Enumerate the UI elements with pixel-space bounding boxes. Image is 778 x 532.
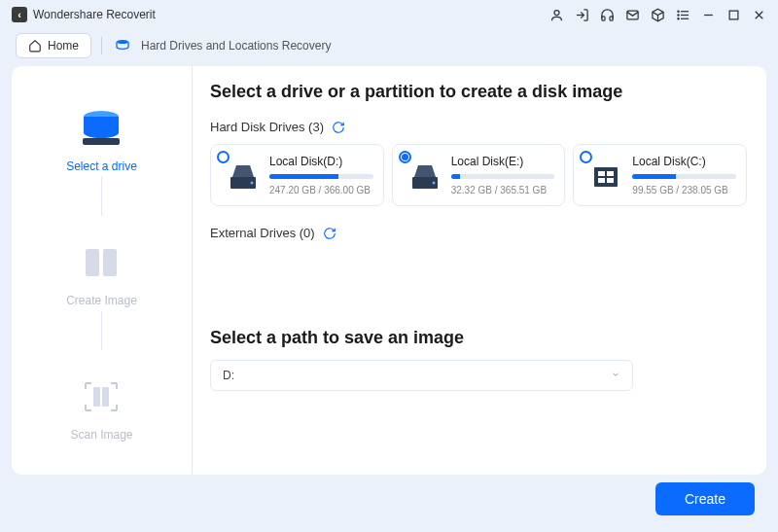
home-button[interactable]: Home: [16, 33, 91, 58]
drive-usage: 247.20 GB / 366.00 GB: [269, 185, 373, 195]
step-label: Select a drive: [66, 160, 137, 173]
login-icon[interactable]: [574, 7, 589, 22]
create-button[interactable]: Create: [655, 482, 755, 515]
breadcrumb: Hard Drives and Locations Recovery: [112, 37, 331, 54]
svg-point-6: [677, 14, 678, 15]
refresh-icon[interactable]: [323, 227, 336, 240]
svg-rect-17: [103, 249, 117, 276]
svg-rect-9: [729, 11, 738, 19]
step-label: Create Image: [66, 294, 137, 307]
svg-point-23: [432, 182, 435, 185]
subheader: Home Hard Drives and Locations Recovery: [0, 29, 778, 66]
path-select[interactable]: D:: [210, 360, 633, 391]
step-scan-image[interactable]: Scan Image: [70, 354, 132, 442]
drive-usage: 32.32 GB / 365.51 GB: [451, 185, 555, 195]
svg-point-7: [677, 18, 678, 18]
breadcrumb-text: Hard Drives and Locations Recovery: [141, 39, 331, 53]
drive-usage: 99.55 GB / 238.05 GB: [632, 185, 736, 195]
drive-name: Local Disk(C:): [632, 155, 736, 168]
svg-point-5: [677, 11, 678, 12]
svg-rect-27: [598, 178, 605, 183]
main-card: Select a drive Create Image Scan Image S…: [12, 66, 766, 475]
svg-rect-16: [86, 249, 99, 276]
svg-rect-19: [102, 387, 109, 407]
drive-card-e[interactable]: Local Disk(E:) 32.32 GB / 365.51 GB: [392, 144, 566, 206]
package-icon[interactable]: [650, 7, 665, 22]
svg-rect-25: [598, 171, 605, 176]
svg-rect-28: [607, 178, 614, 183]
user-icon[interactable]: [548, 7, 564, 22]
usage-bar: [451, 174, 555, 179]
support-icon[interactable]: [599, 7, 615, 22]
drive-name: Local Disk(E:): [451, 155, 555, 168]
app-title: Wondershare Recoverit: [33, 8, 156, 21]
drive-step-icon: [78, 105, 124, 152]
svg-rect-18: [93, 387, 100, 407]
chevron-down-icon: [611, 369, 620, 382]
svg-point-12: [117, 40, 128, 44]
hdd-icon: [408, 160, 442, 194]
divider: [101, 37, 102, 54]
create-image-step-icon: [78, 239, 124, 286]
hdd-section-label: Hard Disk Drives (3): [210, 120, 747, 134]
usage-bar: [632, 174, 736, 179]
radio[interactable]: [399, 151, 411, 163]
drives-row: Local Disk(D:) 247.20 GB / 366.00 GB Loc…: [210, 144, 747, 206]
step-connector: [101, 311, 102, 350]
minimize-icon[interactable]: [700, 7, 716, 22]
radio[interactable]: [217, 151, 230, 163]
svg-rect-15: [83, 138, 120, 145]
app-logo: ‹: [12, 7, 27, 22]
page-title: Select a drive or a partition to create …: [210, 82, 747, 102]
svg-point-14: [84, 126, 119, 138]
drive-name: Local Disk(D:): [269, 155, 373, 168]
drive-card-d[interactable]: Local Disk(D:) 247.20 GB / 366.00 GB: [210, 144, 384, 206]
drive-nav-icon: [112, 37, 133, 54]
footer: Create: [0, 482, 778, 515]
svg-point-21: [251, 182, 254, 185]
hdd-icon: [227, 160, 260, 194]
step-select-drive[interactable]: Select a drive: [66, 86, 137, 173]
path-title: Select a path to save an image: [210, 328, 747, 348]
external-section-label: External Drives (0): [210, 226, 747, 240]
svg-point-0: [554, 10, 559, 15]
steps-sidebar: Select a drive Create Image Scan Image: [12, 66, 193, 475]
home-label: Home: [48, 39, 79, 53]
content-area: Select a drive or a partition to create …: [193, 66, 766, 475]
maximize-icon[interactable]: [725, 7, 741, 22]
drive-card-c[interactable]: Local Disk(C:) 99.55 GB / 238.05 GB: [573, 144, 747, 206]
scan-image-step-icon: [78, 373, 124, 420]
titlebar: ‹ Wondershare Recoverit: [0, 0, 778, 29]
step-label: Scan Image: [70, 428, 132, 442]
step-connector: [101, 177, 102, 216]
mail-icon[interactable]: [624, 7, 640, 22]
close-icon[interactable]: [751, 7, 766, 22]
refresh-icon[interactable]: [332, 121, 345, 134]
svg-rect-24: [594, 167, 618, 187]
step-create-image[interactable]: Create Image: [66, 220, 137, 307]
menu-icon[interactable]: [675, 7, 690, 22]
path-value: D:: [223, 369, 234, 382]
svg-rect-26: [607, 171, 614, 176]
windows-drive-icon: [589, 160, 622, 194]
usage-bar: [269, 174, 373, 179]
